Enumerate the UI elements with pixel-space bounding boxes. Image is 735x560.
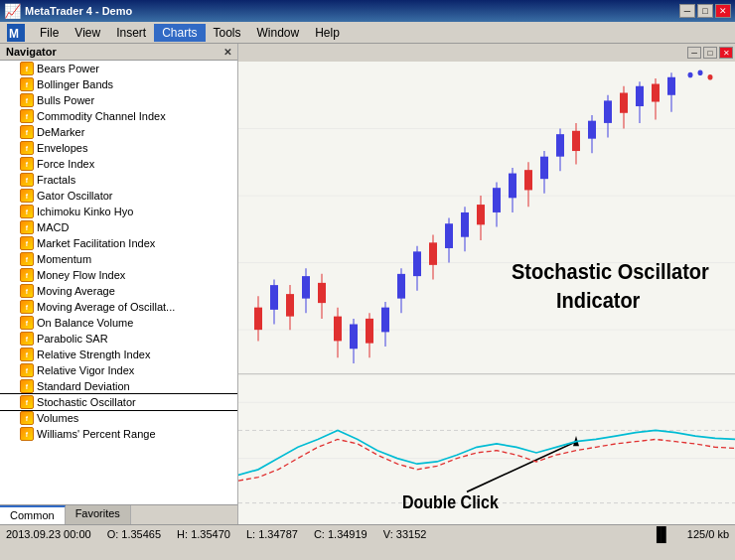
nav-item-money-flow-index[interactable]: f Money Flow Index xyxy=(0,267,237,283)
nav-item-momentum[interactable]: f Momentum xyxy=(0,251,237,267)
svg-rect-57 xyxy=(588,121,596,139)
navigator-header: Navigator ✕ xyxy=(0,44,237,61)
nav-item-label: Commodity Channel Index xyxy=(37,110,166,122)
navigator-list[interactable]: f Bears Powerf Bollinger Bandsf Bulls Po… xyxy=(0,61,237,504)
nav-item-force-index[interactable]: f Force Index xyxy=(0,156,237,172)
svg-rect-25 xyxy=(334,317,342,342)
tab-favorites[interactable]: Favorites xyxy=(66,505,131,524)
app-icon: 📈 xyxy=(4,3,21,19)
nav-item-moving-average-of-oscillat...[interactable]: f Moving Average of Oscillat... xyxy=(0,299,237,315)
status-high: H: 1.35470 xyxy=(177,528,230,540)
navigator-close-button[interactable]: ✕ xyxy=(223,47,231,58)
svg-rect-67 xyxy=(667,77,675,95)
svg-rect-55 xyxy=(572,131,580,151)
nav-item-relative-strength-index[interactable]: f Relative Strength Index xyxy=(0,347,237,362)
navigator-title: Navigator xyxy=(6,46,57,58)
nav-item-label: On Balance Volume xyxy=(37,317,133,329)
menu-bar: M File View Insert Charts Tools Window H… xyxy=(0,22,735,44)
tab-common[interactable]: Common xyxy=(0,505,66,524)
status-volume: V: 33152 xyxy=(383,528,427,540)
indicator-icon: f xyxy=(20,173,34,187)
nav-item-moving-average[interactable]: f Moving Average xyxy=(0,283,237,299)
indicator-icon: f xyxy=(20,427,34,441)
indicator-icon: f xyxy=(20,109,34,123)
title-bar-left: 📈 MetaTrader 4 - Demo xyxy=(4,3,132,19)
nav-item-market-facilitation-index[interactable]: f Market Facilitation Index xyxy=(0,235,237,251)
minimize-button[interactable]: ─ xyxy=(679,4,695,18)
title-bar: 📈 MetaTrader 4 - Demo ─ □ ✕ xyxy=(0,0,735,22)
close-button[interactable]: ✕ xyxy=(715,4,731,18)
nav-item-label: Force Index xyxy=(37,158,94,170)
nav-item-parabolic-sar[interactable]: f Parabolic SAR xyxy=(0,331,237,347)
nav-item-demarker[interactable]: f DeMarker xyxy=(0,124,237,140)
mdi-controls: ─ □ ✕ xyxy=(238,44,735,62)
nav-item-ichimoku-kinko-hyo[interactable]: f Ichimoku Kinko Hyo xyxy=(0,204,237,219)
nav-item-bears-power[interactable]: f Bears Power xyxy=(0,61,237,76)
indicator-icon: f xyxy=(20,395,34,409)
indicator-icon: f xyxy=(20,268,34,282)
nav-item-williams'-percent-range[interactable]: f Williams' Percent Range xyxy=(0,426,237,442)
nav-item-label: Moving Average xyxy=(37,285,115,297)
indicator-icon: f xyxy=(20,93,34,107)
mdi-maximize[interactable]: □ xyxy=(703,47,717,59)
indicator-icon: f xyxy=(20,379,34,393)
nav-item-label: Momentum xyxy=(37,253,91,265)
menu-view[interactable]: View xyxy=(67,24,108,42)
indicator-icon: f xyxy=(20,348,34,361)
nav-item-label: Bears Power xyxy=(37,63,99,74)
nav-item-macd[interactable]: f MACD xyxy=(0,219,237,235)
menu-tools[interactable]: Tools xyxy=(206,24,249,42)
status-close: C: 1.34919 xyxy=(314,528,368,540)
main-content: Navigator ✕ f Bears Powerf Bollinger Ban… xyxy=(0,44,735,524)
nav-item-envelopes[interactable]: f Envelopes xyxy=(0,140,237,156)
nav-item-label: Ichimoku Kinko Hyo xyxy=(37,206,133,217)
nav-item-relative-vigor-index[interactable]: f Relative Vigor Index xyxy=(0,362,237,378)
nav-item-label: Standard Deviation xyxy=(37,380,130,392)
nav-item-volumes[interactable]: f Volumes xyxy=(0,410,237,426)
svg-rect-61 xyxy=(620,93,628,113)
indicator-icon: f xyxy=(20,189,34,203)
nav-item-bulls-power[interactable]: f Bulls Power xyxy=(0,92,237,108)
navigator-panel: Navigator ✕ f Bears Powerf Bollinger Ban… xyxy=(0,44,238,524)
indicator-icon: f xyxy=(20,411,34,425)
nav-item-on-balance-volume[interactable]: f On Balance Volume xyxy=(0,315,237,331)
indicator-icon: f xyxy=(20,284,34,298)
title-bar-controls: ─ □ ✕ xyxy=(679,4,731,18)
nav-item-label: Williams' Percent Range xyxy=(37,428,155,440)
nav-item-gator-oscillator[interactable]: f Gator Oscillator xyxy=(0,188,237,204)
indicator-icon: f xyxy=(20,157,34,171)
menu-file[interactable]: File xyxy=(32,24,67,42)
nav-item-stochastic-oscillator[interactable]: f Stochastic Oscillator xyxy=(0,394,237,410)
mdi-minimize[interactable]: ─ xyxy=(687,47,701,59)
nav-item-commodity-channel-index[interactable]: f Commodity Channel Index xyxy=(0,108,237,124)
nav-item-fractals[interactable]: f Fractals xyxy=(0,172,237,188)
svg-point-69 xyxy=(698,70,703,75)
indicator-icon: f xyxy=(20,220,34,234)
nav-item-label: Bulls Power xyxy=(37,94,94,106)
maximize-button[interactable]: □ xyxy=(697,4,713,18)
nav-item-label: Fractals xyxy=(37,174,75,186)
indicator-icon: f xyxy=(20,252,34,266)
menu-insert[interactable]: Insert xyxy=(108,24,154,42)
status-bar: 2013.09.23 00:00 O: 1.35465 H: 1.35470 L… xyxy=(0,524,735,542)
svg-rect-37 xyxy=(429,242,437,265)
indicator-icon: f xyxy=(20,125,34,139)
svg-rect-35 xyxy=(413,251,421,276)
nav-item-label: Relative Strength Index xyxy=(37,349,150,360)
svg-rect-65 xyxy=(652,84,660,102)
menu-charts[interactable]: Charts xyxy=(154,24,205,42)
status-open: O: 1.35465 xyxy=(107,528,161,540)
mdi-close[interactable]: ✕ xyxy=(719,47,733,59)
svg-text:M: M xyxy=(9,27,19,41)
nav-item-standard-deviation[interactable]: f Standard Deviation xyxy=(0,378,237,394)
nav-item-label: MACD xyxy=(37,221,69,233)
menu-help[interactable]: Help xyxy=(307,24,348,42)
nav-item-bollinger-bands[interactable]: f Bollinger Bands xyxy=(0,76,237,92)
svg-rect-27 xyxy=(350,325,358,350)
window-title: MetaTrader 4 - Demo xyxy=(25,5,132,17)
menu-window[interactable]: Window xyxy=(249,24,308,42)
indicator-icon: f xyxy=(20,62,34,75)
nav-item-label: Gator Oscillator xyxy=(37,190,112,202)
nav-item-label: Volumes xyxy=(37,412,78,424)
indicator-icon: f xyxy=(20,205,34,218)
